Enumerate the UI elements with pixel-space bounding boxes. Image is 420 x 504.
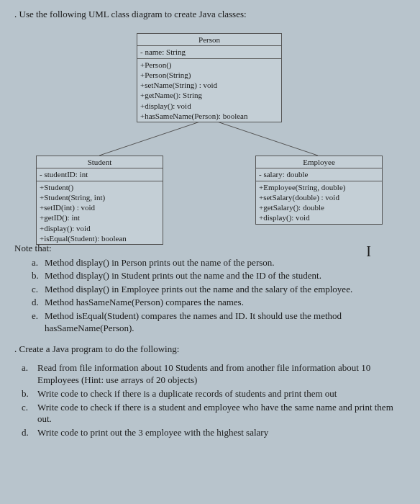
notes-list: a.Method display() in Person prints out … (32, 256, 406, 335)
uml-attr: - studentID: int (40, 169, 160, 179)
task-label: d. (22, 427, 29, 439)
uml-op: +display(): void (259, 212, 379, 222)
notes-heading: Note that: (14, 242, 406, 255)
uml-op: +setID(int) : void (40, 202, 160, 212)
uml-attributes: - salary: double (256, 168, 382, 181)
uml-operations: +Person() +Person(String) +setName(Strin… (137, 59, 281, 122)
task-text: Read from file information about 10 Stud… (37, 362, 370, 385)
uml-op: +Student(String, int) (40, 192, 160, 202)
uml-class-person: Person - name: String +Person() +Person(… (137, 33, 282, 122)
uml-operations: +Student() +Student(String, int) +setID(… (37, 181, 163, 245)
note-label: a. (32, 256, 38, 269)
note-item: d.Method hasSameName(Person) compares th… (32, 296, 406, 309)
tasks-heading-text: Create a Java program to do the followin… (19, 343, 180, 354)
uml-attributes: - studentID: int (37, 168, 163, 181)
task-text: Write code to check if there is a duplic… (37, 388, 337, 399)
uml-class-employee: Employee - salary: double +Employee(Stri… (255, 156, 383, 225)
uml-class-student: Student - studentID: int +Student() +Stu… (36, 156, 163, 245)
task-label: c. (22, 402, 28, 414)
note-text: Method hasSameName(Person) compares the … (45, 297, 244, 307)
note-text: Method display() in Employee prints out … (45, 284, 352, 294)
svg-line-2 (211, 120, 318, 156)
note-text: Method display() in Person prints out th… (45, 257, 275, 268)
uml-class-name: Student (37, 156, 163, 168)
note-item: b.Method display() in Student prints out… (32, 269, 406, 282)
uml-op: +setSalary(double) : void (259, 192, 379, 202)
uml-op: +getName(): String (140, 90, 278, 100)
uml-attr: - name: String (140, 47, 278, 57)
uml-op: +getSalary(): double (259, 202, 379, 212)
uml-op: +getID(): int (40, 212, 160, 222)
task-item: d.Write code to print out the 3 employee… (22, 427, 406, 439)
uml-class-name: Person (137, 34, 281, 46)
task-text: Write code to print out the 3 employee w… (37, 427, 268, 438)
note-label: b. (32, 269, 39, 282)
note-label: c. (32, 283, 38, 296)
uml-attr: - salary: double (259, 169, 379, 179)
assignment-title: . Use the following UML class diagram to… (14, 9, 406, 20)
tasks-heading: . Create a Java program to do the follow… (14, 343, 406, 355)
task-text: Write code to check if there is a studen… (37, 402, 393, 425)
svg-line-1 (99, 120, 206, 156)
uml-op: +Person() (140, 60, 278, 70)
uml-op: +display(): void (140, 101, 278, 111)
note-item: a.Method display() in Person prints out … (32, 256, 406, 269)
task-label: b. (22, 388, 29, 400)
uml-op: +display(): void (40, 223, 160, 233)
note-text: Method isEqual(Student) compares the nam… (45, 310, 342, 334)
title-text: Use the following UML class diagram to c… (19, 9, 247, 19)
uml-op: +hasSameName(Person): boolean (140, 111, 278, 121)
task-label: a. (22, 362, 28, 374)
tasks-list: a.Read from file information about 10 St… (22, 362, 406, 439)
uml-op: +setName(String) : void (140, 80, 278, 90)
uml-op: +Person(String) (140, 70, 278, 80)
note-label: e. (32, 310, 38, 323)
task-item: a.Read from file information about 10 St… (22, 362, 406, 387)
page-container: . Use the following UML class diagram to… (0, 0, 420, 449)
note-item: c.Method display() in Employee prints ou… (32, 283, 406, 296)
notes-section: I Note that: a.Method display() in Perso… (14, 242, 406, 335)
uml-op: +Employee(String, double) (259, 182, 379, 192)
note-label: d. (32, 296, 39, 309)
task-item: b.Write code to check if there is a dupl… (22, 388, 406, 400)
uml-diagram: Person - name: String +Person() +Person(… (14, 33, 406, 235)
uml-attributes: - name: String (137, 46, 281, 58)
task-item: c.Write code to check if there is a stud… (22, 402, 406, 426)
note-text: Method display() in Student prints out t… (45, 270, 321, 281)
uml-operations: +Employee(String, double) +setSalary(dou… (256, 181, 382, 224)
note-item: e.Method isEqual(Student) compares the n… (32, 310, 406, 335)
uml-op: +Student() (40, 182, 160, 192)
uml-class-name: Employee (256, 156, 382, 168)
